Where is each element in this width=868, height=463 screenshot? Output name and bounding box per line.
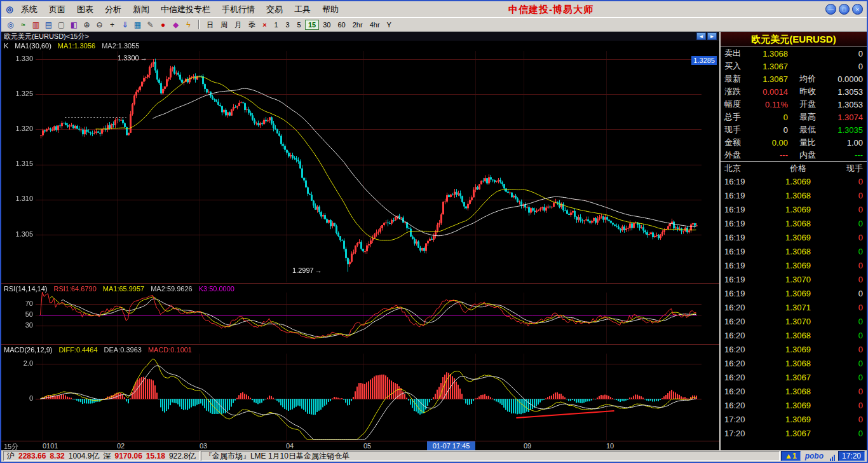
scroll-left-button[interactable]: ◄	[696, 32, 706, 40]
tick-volume: 0	[835, 191, 863, 200]
candlestick-canvas[interactable]	[1, 41, 719, 284]
low-price-value: 1.2997	[292, 266, 314, 274]
rsi-canvas[interactable]	[1, 284, 719, 345]
period-button-60[interactable]: 60	[335, 20, 349, 30]
tick-row: 16:191.30680	[721, 244, 867, 258]
sz-change: 15.18	[146, 452, 165, 460]
tick-price: 1.3068	[761, 247, 835, 256]
menu-item-9[interactable]: 工具	[288, 3, 316, 16]
menu-item-4[interactable]: 分析	[99, 3, 127, 16]
zoom-in-icon[interactable]: ⊕	[81, 19, 93, 30]
scroll-right-button[interactable]: ►	[707, 32, 717, 40]
period-button-1[interactable]: 1	[271, 20, 281, 30]
app-window: ◎ 系统页面图表分析新闻中信建投专栏手机行情交易工具帮助 中信建投-博易大师 —…	[0, 0, 868, 463]
menu-item-5[interactable]: 新闻	[127, 3, 155, 16]
kline-chart-icon[interactable]: ▥	[30, 19, 42, 30]
period-button-3[interactable]: 3	[282, 20, 293, 30]
tick-volume: 0	[835, 401, 863, 410]
restore-button[interactable]: □	[839, 4, 850, 15]
tick-row: 16:191.30690	[721, 174, 867, 188]
tick-time: 16:19	[724, 261, 761, 270]
period-button-15[interactable]: 15	[305, 20, 319, 30]
menu-item-8[interactable]: 交易	[261, 3, 288, 16]
tick-row: 16:191.30690	[721, 202, 867, 216]
x-axis-label: 09	[524, 442, 531, 450]
tick-price: 1.3069	[761, 415, 835, 424]
palette-icon[interactable]: ◆	[170, 19, 182, 30]
menu-item-1[interactable]: 系统	[15, 3, 43, 16]
bar-chart-icon[interactable]: ▤	[43, 19, 55, 30]
tick-row: 16:191.30690	[721, 286, 867, 300]
menu-item-3[interactable]: 图表	[71, 3, 99, 16]
connect-icon[interactable]: ◎	[4, 19, 17, 30]
tick-time: 16:20	[724, 401, 761, 410]
price-tick: 1.310	[1, 195, 33, 202]
edit-icon[interactable]: ✎	[144, 19, 156, 30]
quote-tail-value: 0	[858, 49, 863, 59]
toolbar-icons: ◎≈▥▤▢◧⊕⊖+⇓▦✎●◆ϟ	[4, 19, 194, 30]
x-axis-label: 0101	[43, 442, 58, 450]
menu-list: 系统页面图表分析新闻中信建投专栏手机行情交易工具帮助	[15, 3, 344, 16]
lightning-icon[interactable]: ϟ	[182, 19, 194, 30]
period-button-Y[interactable]: Y	[384, 20, 395, 30]
news-ticker[interactable]: 『金属市场』LME 1月10日基金属注销仓单	[201, 451, 780, 461]
crosshair-icon[interactable]: +	[106, 19, 118, 30]
close-button[interactable]: ×	[852, 4, 863, 15]
rsi-indicator-header: RSI(14,14,14) RSI1:64.6790 MA1:65.9957 M…	[4, 285, 234, 293]
alert-icon[interactable]: ●	[157, 19, 169, 30]
minimize-button[interactable]: —	[825, 4, 836, 15]
line-chart-icon[interactable]: ≈	[17, 19, 29, 30]
menu-item-6[interactable]: 中信建投专栏	[155, 3, 216, 16]
alert-badge[interactable]: ▲1	[781, 451, 801, 461]
quote-label: 外盘	[724, 149, 749, 161]
quote-label: 最高	[799, 111, 824, 123]
high-price-label: 1.3300 →	[118, 54, 147, 62]
window-controls: — □ ×	[825, 4, 864, 15]
period-button-4hr[interactable]: 4hr	[367, 20, 383, 30]
period-button-周[interactable]: 周	[217, 20, 231, 30]
macd-canvas[interactable]	[1, 345, 719, 441]
macd-panel[interactable]: MACD(26,12,9) DIFF:0.4464 DEA:0.3963 MAC…	[1, 345, 719, 441]
layout-icon[interactable]: ◧	[68, 19, 80, 30]
period-button-×[interactable]: ×	[259, 20, 270, 30]
chart-title: 欧元美元(EURUSD)<15分>	[4, 32, 89, 41]
rsi-panel[interactable]: RSI(14,14,14) RSI1:64.6790 MA1:65.9957 M…	[1, 284, 719, 345]
page-icon[interactable]: ▢	[55, 19, 67, 30]
zoom-out-icon[interactable]: ⊖	[93, 19, 105, 30]
clock: 17:20	[838, 451, 865, 461]
period-button-30[interactable]: 30	[320, 20, 334, 30]
price-tick: 1.330	[1, 55, 33, 62]
quote-label: 最新	[724, 73, 749, 85]
tick-price: 1.3068	[761, 359, 835, 368]
period-button-5[interactable]: 5	[294, 20, 304, 30]
tick-volume: 0	[835, 205, 863, 214]
sh-label: 沪	[7, 452, 15, 460]
tick-volume: 0	[835, 373, 863, 382]
period-button-2hr[interactable]: 2hr	[349, 20, 366, 30]
period-button-日[interactable]: 日	[203, 20, 217, 30]
quote-label: 买入	[724, 60, 749, 72]
macd-dea-value: DEA:0.3963	[104, 346, 142, 354]
tick-price: 1.3069	[761, 205, 835, 214]
menu-item-10[interactable]: 帮助	[316, 3, 344, 16]
table-icon[interactable]: ▦	[132, 19, 144, 30]
tick-volume: 0	[835, 247, 863, 256]
quote-row: 总手0最高1.3074	[721, 111, 867, 123]
export-icon[interactable]: ⇓	[119, 19, 131, 30]
menu-item-7[interactable]: 手机行情	[216, 3, 261, 16]
tick-price: 1.3069	[761, 261, 835, 270]
menu-item-2[interactable]: 页面	[43, 3, 71, 16]
tick-price: 1.3069	[761, 401, 835, 410]
high-arrow-icon: →	[140, 54, 147, 62]
period-button-季[interactable]: 季	[245, 20, 259, 30]
tick-row: 16:191.30690	[721, 258, 867, 272]
period-button-月[interactable]: 月	[231, 20, 245, 30]
tick-price: 1.3068	[761, 331, 835, 340]
tick-list[interactable]: 16:191.3069016:191.3068016:191.3069016:1…	[721, 174, 867, 450]
rsi-ma1-value: MA1:65.9957	[103, 285, 144, 293]
quote-row: 涨跌0.0014昨收1.3053	[721, 85, 867, 98]
quote-rows: 卖出1.30680买入1.30670最新1.3067均价0.0000涨跌0.00…	[721, 47, 867, 162]
tick-row: 16:201.30700	[721, 314, 867, 328]
candlestick-panel[interactable]: K MA1(30,60) MA1:1.3056 MA2:1.3055 1.330…	[1, 41, 719, 284]
app-icon[interactable]: ◎	[4, 4, 15, 15]
